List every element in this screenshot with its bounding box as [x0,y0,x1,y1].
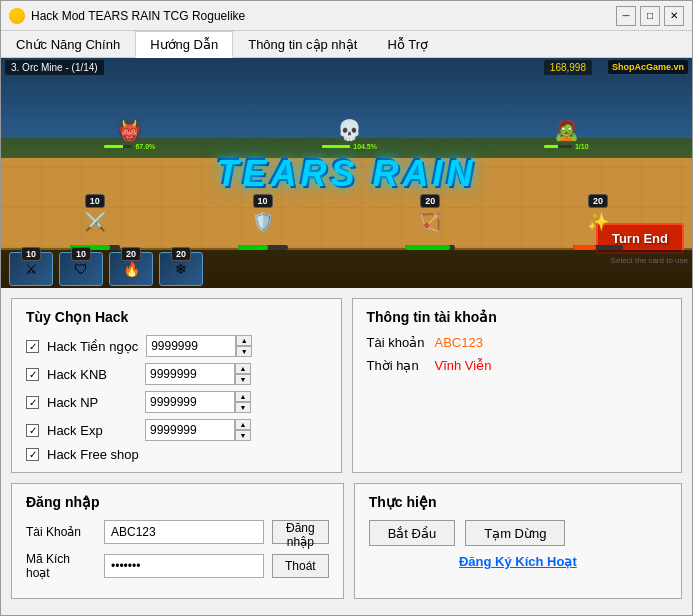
char-1-sprite: ⚔️ [77,202,113,242]
card-4-icon: ❄ [175,261,187,277]
expiry-label: Thời hạn [367,358,427,373]
hack-options-list: Hack Tiền ngọc ▲ ▼ Hack KNB [26,335,327,462]
hack-spinner-2: ▲ ▼ [235,391,251,413]
hack-checkbox-1[interactable] [26,368,39,381]
enemy-3: 🧟 1/10 [544,118,589,150]
hack-label-3: Hack Exp [47,423,137,438]
shop-badge: ShopAcGame.vn [608,60,688,74]
hack-spinner-down-2[interactable]: ▼ [235,402,251,413]
hack-checkbox-2[interactable] [26,396,39,409]
characters-row: 10 ⚔️ 10 🛡️ [1,202,692,250]
hack-checkbox-3[interactable] [26,424,39,437]
main-content: Tùy Chọn Hack Hack Tiền ngọc ▲ ▼ [1,288,692,615]
account-expiry-row: Thời hạn Vĩnh Viễn [367,358,668,373]
login-title: Đăng nhập [26,494,329,510]
tab-huong-dan[interactable]: Hướng Dẫn [135,31,233,58]
hack-label-4: Hack Free shop [47,447,139,462]
login-password-input[interactable] [104,554,264,578]
account-info-title: Thông tin tài khoản [367,309,668,325]
enemy-1-icon: 👹 [117,118,142,142]
hack-spinner-up-1[interactable]: ▲ [235,363,251,374]
maximize-button[interactable]: □ [640,6,660,26]
hack-input-1[interactable] [145,363,235,385]
expiry-value: Vĩnh Viễn [435,358,492,373]
character-2: 10 🛡️ [238,202,288,250]
tab-ho-tro[interactable]: Hỗ Trợ [372,31,443,57]
close-button[interactable]: ✕ [664,6,684,26]
card-3-cost: 20 [121,247,141,261]
hack-label-0: Hack Tiền ngọc [47,339,138,354]
start-button[interactable]: Bắt Đầu [369,520,456,546]
top-section: Tùy Chọn Hack Hack Tiền ngọc ▲ ▼ [11,298,682,473]
hack-checkbox-0[interactable] [26,340,39,353]
char-4-sprite: ✨ [580,202,616,242]
hack-input-3[interactable] [145,419,235,441]
card-1-icon: ⚔ [25,261,38,277]
hack-row-2: Hack NP ▲ ▼ [26,391,327,413]
login-account-label: Tài Khoản [26,525,96,539]
login-account-row: Tài Khoản Đăng nhập [26,520,329,544]
login-section: Đăng nhập Tài Khoản Đăng nhập Mã Kích ho… [11,483,344,599]
hack-spinner-up-0[interactable]: ▲ [236,335,252,346]
account-label: Tài khoản [367,335,427,350]
actions-section: Thực hiện Bắt Đầu Tạm Dừng Đăng Ký Kích … [354,483,682,599]
hack-spinner-down-3[interactable]: ▼ [235,430,251,441]
card-2-icon: 🛡 [74,261,88,277]
enemy-1-stats: 67.0% [104,143,155,150]
game-title: TEARS RAIN [216,153,476,195]
exit-button[interactable]: Thoát [272,554,329,578]
hack-spinner-3: ▲ ▼ [235,419,251,441]
char-4-cost: 20 [588,194,608,208]
register-link[interactable]: Đăng Ký Kích Hoạt [369,554,667,569]
tab-thong-tin[interactable]: Thông tin cập nhật [233,31,372,57]
enemy-3-hp-bar [544,145,572,148]
enemy-3-hp-val: 1/10 [575,143,589,150]
hack-spinner-down-1[interactable]: ▼ [235,374,251,385]
card-3[interactable]: 20 🔥 [109,252,153,286]
pause-button[interactable]: Tạm Dừng [465,520,565,546]
card-3-icon: 🔥 [123,261,140,277]
hack-spinner-up-3[interactable]: ▲ [235,419,251,430]
login-password-label: Mã Kích hoạt [26,552,96,580]
enemy-1-hp-fill [104,145,123,148]
enemy-3-icon: 🧟 [554,118,579,142]
login-button[interactable]: Đăng nhập [272,520,329,544]
hack-input-0[interactable] [146,335,236,357]
bottom-section: Đăng nhập Tài Khoản Đăng nhập Mã Kích ho… [11,483,682,599]
hack-row-0: Hack Tiền ngọc ▲ ▼ [26,335,327,357]
hack-spinner-down-0[interactable]: ▼ [236,346,252,357]
game-background: 3. Orc Mine - (1/14) 168,998 ShopAcGame.… [1,58,692,288]
char-1-cost: 10 [85,194,105,208]
hack-options-section: Tùy Chọn Hack Hack Tiền ngọc ▲ ▼ [11,298,342,473]
enemy-1: 👹 67.0% [104,118,155,150]
hack-spinner-1: ▲ ▼ [235,363,251,385]
hack-input-group-1: ▲ ▼ [145,363,251,385]
actions-title: Thực hiện [369,494,667,510]
hack-spinner-up-2[interactable]: ▲ [235,391,251,402]
hack-input-group-3: ▲ ▼ [145,419,251,441]
tab-chuc-nang-chinh[interactable]: Chức Năng Chính [1,31,135,57]
cards-row: 10 ⚔ 10 🛡 20 🔥 20 ❄ [1,250,692,288]
app-icon [9,8,25,24]
login-account-input[interactable] [104,520,264,544]
card-4-cost: 20 [171,247,191,261]
minimize-button[interactable]: ─ [616,6,636,26]
account-name-row: Tài khoản ABC123 [367,335,668,350]
char-2-sprite: 🛡️ [245,202,281,242]
enemy-2-hp-fill [322,145,350,148]
gold-display: 168,998 [544,60,592,75]
enemy-2-stats: 104.5% [322,143,377,150]
enemy-2-hp-val: 104.5% [353,143,377,150]
card-1[interactable]: 10 ⚔ [9,252,53,286]
card-2[interactable]: 10 🛡 [59,252,103,286]
hack-checkbox-4[interactable] [26,448,39,461]
action-buttons: Bắt Đầu Tạm Dừng [369,520,667,546]
login-password-row: Mã Kích hoạt Thoát [26,552,329,580]
hack-options-title: Tùy Chọn Hack [26,309,327,325]
card-4[interactable]: 20 ❄ [159,252,203,286]
hack-input-2[interactable] [145,391,235,413]
window-controls: ─ □ ✕ [616,6,684,26]
hack-spinner-0: ▲ ▼ [236,335,252,357]
hack-input-group-0: ▲ ▼ [146,335,252,357]
character-3: 20 🏹 [405,202,455,250]
